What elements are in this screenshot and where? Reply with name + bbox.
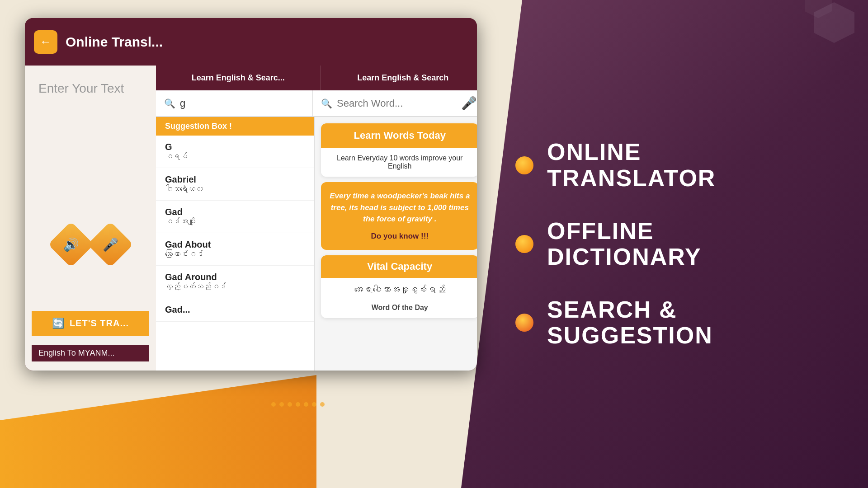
translate-icon: 🔄 [52,318,64,329]
dot-1 [271,402,276,407]
right-search-field: 🔍 🎤 [313,90,477,116]
fact-card-footer: Do you know !!! [329,230,471,242]
feature-text-2: OFFLINEDICTIONARY [547,218,702,270]
mic-icon-button[interactable]: 🎤 [87,221,133,267]
learn-cards-panel: Learn Words Today Learn Everyday 10 word… [315,117,477,371]
suggestion-en-4: Gad About [165,239,305,250]
mic-button[interactable]: 🎤 [461,96,477,111]
dot-2 [279,402,284,407]
feature-online-translator: ONLINETRANSLATOR [515,139,868,191]
speaker-icon-button[interactable]: 🔊 [48,221,94,267]
suggestion-item-2[interactable]: Gabriel ဂါဘရီယေလ [156,168,314,201]
app-main: Enter Your Text 🔊 🎤 🔄 LET'S TRA... Engli… [25,66,477,371]
language-selector[interactable]: English To MYANM... [32,345,149,361]
suggestion-header: Suggestion Box ! [156,117,314,136]
dot-5 [304,402,308,407]
suggestion-en-6: Gad... [165,305,305,315]
left-panel: Enter Your Text 🔊 🎤 🔄 LET'S TRA... Engli… [25,66,156,371]
suggestion-item-4[interactable]: Gad About အကြောင်းဂဒ် [156,233,314,266]
suggestion-my-4: အကြောင်းဂဒ် [165,250,305,259]
fact-card: Every time a woodpecker's beak hits a tr… [321,182,477,250]
word-of-day-card: Vital Capacity အရေးပါသောအမှုစွမ်းရည် Wor… [321,255,477,318]
enter-text-area[interactable]: Enter Your Text [32,75,149,210]
translate-bar-label: LET'S TRA... [70,318,129,328]
dot-6 [312,402,316,407]
suggestion-my-3: ဂဒ်အမျိုး [165,217,305,226]
search-inputs-row: 🔍 🔍 🎤 [156,90,477,117]
action-icons: 🔊 🎤 [32,228,149,261]
dots-decoration [271,402,325,407]
dot-4 [296,402,300,407]
suggestion-item-5[interactable]: Gad Around လှည့်ပတ်သည်ဂဒ် [156,266,314,298]
feature-offline-dictionary: OFFLINEDICTIONARY [515,218,868,270]
fact-card-body: Every time a woodpecker's beak hits a tr… [329,190,471,225]
learn-words-card: Learn Words Today Learn Everyday 10 word… [321,123,477,177]
feature-text-3: SEARCH &SUGGESTION [547,297,713,348]
feature-text-1: ONLINETRANSLATOR [547,139,716,191]
word-of-day-footer: Word Of the Day [321,301,477,318]
suggestion-en-3: Gad [165,207,305,217]
back-button[interactable]: ← [34,30,57,54]
learn-words-body: Learn Everyday 10 words improve your Eng… [321,148,477,177]
suggestion-box-panel: Suggestion Box ! G ဂရမ် Gabriel ဂါဘရီယေလ… [156,117,315,371]
back-arrow-icon: ← [40,35,52,49]
left-search-icon: 🔍 [164,98,175,109]
suggestion-my-5: လှည့်ပတ်သည်ဂဒ် [165,282,305,291]
word-of-day-myanmar: အရေးပါသောအမှုစွမ်းရည် [321,278,477,301]
feature-search-suggestion: SEARCH &SUGGESTION [515,297,868,348]
translate-bar[interactable]: 🔄 LET'S TRA... [32,311,149,336]
suggestion-en-1: G [165,142,305,152]
app-title: Online Transl... [66,34,163,50]
suggestion-item-3[interactable]: Gad ဂဒ်အမျိုး [156,201,314,233]
background-orange-shape [0,375,316,488]
learn-words-header: Learn Words Today [321,123,477,148]
suggestion-item-6[interactable]: Gad... [156,298,314,322]
tab-right-label: Learn English & Search [357,73,448,83]
right-search-icon: 🔍 [321,98,332,109]
feature-dot-3 [515,314,533,332]
suggestion-item-1[interactable]: G ဂရမ် [156,136,314,168]
app-header: ← Online Transl... [25,18,477,66]
feature-dot-1 [515,156,533,174]
mic-icon: 🎤 [102,237,118,252]
search-area: Learn English & Searc... Learn English &… [156,66,477,371]
content-area: Suggestion Box ! G ဂရမ် Gabriel ဂါဘရီယေလ… [156,117,477,371]
tab-left-label: Learn English & Searc... [192,73,285,83]
tab-right[interactable]: Learn English & Search [321,66,477,90]
feature-dot-2 [515,235,533,253]
word-of-day-header: Vital Capacity [321,255,477,278]
right-search-input[interactable] [337,98,461,109]
tab-left[interactable]: Learn English & Searc... [156,66,321,90]
search-tab-headers: Learn English & Searc... Learn English &… [156,66,477,90]
app-container: ← Online Transl... Enter Your Text 🔊 🎤 🔄… [25,18,477,371]
suggestion-my-2: ဂါဘရီယေလ [165,185,305,194]
dot-3 [288,402,292,407]
suggestion-en-2: Gabriel [165,174,305,185]
suggestion-en-5: Gad Around [165,272,305,282]
suggestion-my-1: ဂရမ် [165,152,305,161]
right-features-panel: ONLINETRANSLATOR OFFLINEDICTIONARY SEARC… [461,0,868,488]
hex-decoration [778,0,868,68]
left-search-input[interactable] [180,98,304,109]
speaker-icon: 🔊 [63,237,79,252]
left-search-field: 🔍 [156,90,313,116]
dot-7 [320,402,325,407]
